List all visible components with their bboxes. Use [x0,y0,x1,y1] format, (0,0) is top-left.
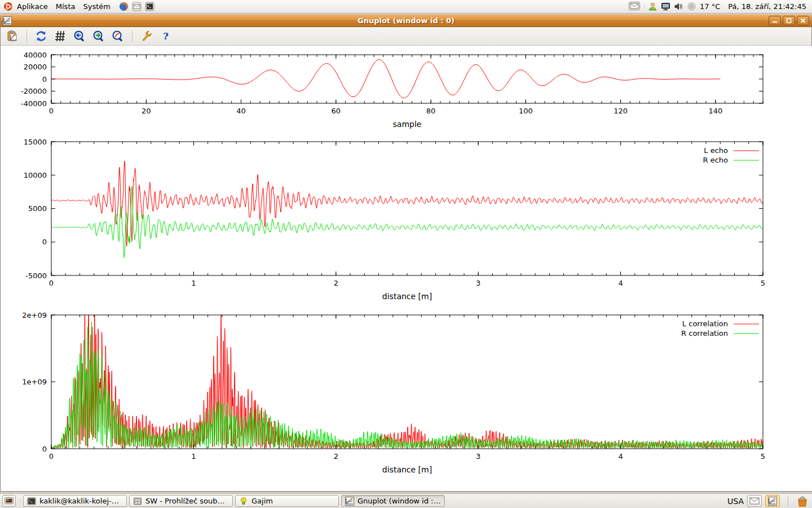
window-title: Gnuplot (window id : 0) [1,16,811,25]
window-titlebar[interactable]: Gnuplot (window id : 0) [1,15,811,27]
x-axis-label: distance [m] [382,292,432,301]
plot-canvas[interactable]: 020406080100120140-40000-200000200004000… [1,46,812,491]
file-manager-task-icon [133,497,142,506]
plot-surface: 020406080100120140-40000-200000200004000… [1,46,812,491]
gnuplot-tray-button[interactable] [765,495,780,507]
y-tick-label: 20000 [24,63,47,71]
terminal-launcher-icon[interactable] [145,2,155,11]
refresh-button[interactable] [34,29,48,43]
weather-icon[interactable] [687,2,696,11]
volume-icon[interactable] [674,2,683,11]
menu-system-label: Systém [83,2,110,11]
x-tick-label: 40 [236,107,246,115]
taskbar: ⋮ kaklik@kaklik-kolej-u... SW - Prohlíže… [0,493,812,508]
copy-plot-button[interactable] [5,29,20,43]
gajim-task-icon [239,497,248,506]
menu-aplikace[interactable]: Aplikace [13,1,52,12]
show-desktop-button[interactable] [2,495,16,507]
menu-mista-label: Místa [56,2,76,11]
x-tick-label: 0 [49,452,54,461]
series-l-echo [51,161,763,246]
grid-toggle-button[interactable] [53,29,68,43]
y-tick-label: 2e+09 [22,311,47,319]
gnuplot-window: Gnuplot (window id : 0) [0,15,812,492]
x-tick-label: 100 [519,107,533,115]
zoom-previous-button[interactable] [72,29,87,43]
display-settings-icon[interactable] [661,2,670,11]
x-tick-label: 0 [49,279,54,287]
tray-mail-icon[interactable] [629,2,638,11]
task-label: Gnuplot (window id : 0) [358,497,441,505]
menu-mista[interactable]: Místa [52,1,80,12]
x-tick-label: 3 [476,452,480,461]
help-button[interactable]: ? [158,29,173,43]
zoom-next-button[interactable] [91,29,106,43]
x-tick-label: 5 [761,279,765,287]
menu-system[interactable]: Systém [79,1,114,12]
y-tick-label: 40000 [24,51,47,59]
x-tick-label: 60 [332,107,341,115]
legend-label: R echo [703,156,728,164]
task-label: SW - Prohlížeč souborů [145,497,229,505]
tasklist-handle[interactable]: ⋮ [18,499,21,503]
y-tick-label: 5000 [28,204,47,213]
settings-wrench-button[interactable] [139,29,154,43]
terminal-task-icon [27,497,36,506]
series-r-echo [51,186,763,258]
y-tick-label: 1e+09 [22,378,47,386]
x-tick-label: 2 [334,452,338,461]
mail-tray-button[interactable] [747,495,762,507]
task-file-browser[interactable]: SW - Prohlížeč souborů [129,495,233,507]
gnuplot-task-icon [345,497,354,506]
y-tick-label: 0 [42,75,47,84]
trash-icon[interactable] [796,495,809,507]
chart-1: 012345-5000050001000015000distance [m]L … [24,138,766,301]
toolbar-separator [132,30,133,42]
system-tray: ⋮ 17 °C Pá, 18. září, 21:42:45 [629,2,809,11]
x-tick-label: 4 [618,279,623,287]
keyboard-layout-indicator[interactable]: USA [727,497,744,506]
x-tick-label: 20 [142,107,151,115]
y-tick-label: -40000 [21,99,47,108]
y-tick-label: 15000 [24,138,47,146]
task-label: Gajim [251,497,273,505]
legend-label: R correlation [681,329,728,338]
taskbar-tray: USA [727,495,810,507]
x-tick-label: 2 [334,279,338,287]
y-tick-label: 0 [42,445,47,453]
series-l-correlation [51,315,763,448]
x-tick-label: 3 [476,279,480,287]
task-label: kaklik@kaklik-kolej-u... [39,497,123,505]
firefox-launcher-icon[interactable] [119,2,129,11]
help-icon: ? [163,30,169,42]
toolbar-separator [27,30,27,42]
task-terminal[interactable]: kaklik@kaklik-kolej-u... [23,495,127,507]
x-tick-label: 0 [49,107,54,115]
series-chirp-pulse [51,60,720,98]
task-gajim[interactable]: Gajim [235,495,339,507]
zoom-reset-button[interactable] [111,29,125,43]
y-tick-label: 0 [42,238,47,246]
minimize-button[interactable] [769,16,781,25]
maximize-button[interactable] [783,16,795,25]
user-switcher-icon[interactable] [648,2,657,11]
clock[interactable]: Pá, 18. září, 21:42:45 [728,2,806,11]
y-tick-label: -20000 [21,87,47,95]
x-tick-label: 120 [614,107,628,115]
tray-handle[interactable]: ⋮ [642,5,645,8]
legend-label: L correlation [682,319,728,328]
top-panel: Aplikace Místa Systém ⋮ 17 °C Pá, 18. zá… [0,0,812,14]
y-tick-label: -5000 [25,271,47,280]
mail-launcher-icon[interactable] [132,2,142,11]
task-gnuplot[interactable]: Gnuplot (window id : 0) [341,495,445,507]
ubuntu-logo-icon[interactable] [3,2,13,11]
x-tick-label: 4 [618,452,623,461]
menu-aplikace-label: Aplikace [17,2,48,11]
temperature-readout[interactable]: 17 °C [700,2,720,11]
x-axis-label: distance [m] [382,465,432,474]
y-tick-label: 10000 [24,171,47,179]
gnuplot-window-icon [3,16,12,25]
close-button[interactable] [797,16,809,25]
series-r-correlation [51,322,763,448]
legend-label: L echo [704,146,728,155]
